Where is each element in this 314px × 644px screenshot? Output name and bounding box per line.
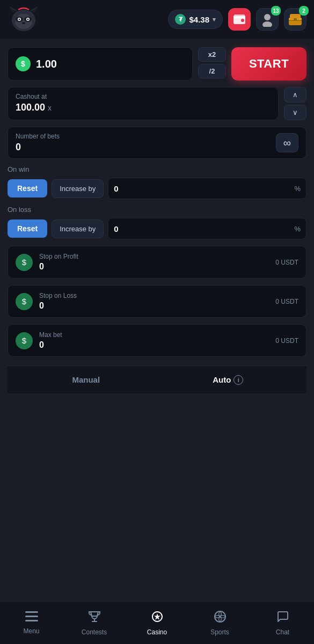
casino-icon xyxy=(151,610,164,626)
balance-chevron-icon: ▾ xyxy=(213,16,216,23)
on-win-percent-input[interactable]: 0 % xyxy=(108,178,306,199)
main-content: $ 1.00 x2 /2 START Cashout at 100.00 x ∧… xyxy=(0,39,314,402)
wallet-button[interactable] xyxy=(228,8,251,31)
cashout-row: Cashout at 100.00 x ∧ ∨ xyxy=(8,87,306,120)
auto-tab[interactable]: Auto i xyxy=(157,366,300,393)
svg-point-10 xyxy=(19,19,20,20)
on-win-label: On win xyxy=(8,165,306,173)
stop-profit-value: 0 xyxy=(39,262,269,272)
chat-icon xyxy=(276,610,289,626)
svg-rect-14 xyxy=(233,16,245,18)
max-bet-icon: $ xyxy=(16,332,33,349)
stop-profit-usdt: 0 USDT xyxy=(275,259,298,266)
on-win-increase-button[interactable]: Increase by xyxy=(52,179,104,198)
on-loss-percent-value: 0 xyxy=(114,224,294,233)
balance-amount: $4.38 xyxy=(189,15,209,24)
svg-rect-20 xyxy=(290,14,301,19)
multiplier-col: x2 /2 xyxy=(198,47,226,80)
contests-label: Contests xyxy=(82,628,107,636)
on-loss-label: On loss xyxy=(8,206,306,214)
balance-button[interactable]: ₮ $4.38 ▾ xyxy=(168,10,223,29)
on-loss-increase-button[interactable]: Increase by xyxy=(52,219,104,238)
nav-menu[interactable]: Menu xyxy=(0,602,63,644)
avatar-badge: 13 xyxy=(271,6,281,16)
divide-2-button[interactable]: /2 xyxy=(198,64,226,78)
multiply-x2-button[interactable]: x2 xyxy=(198,47,226,62)
casino-label: Casino xyxy=(147,628,167,636)
menu-label: Menu xyxy=(23,627,39,635)
sports-icon xyxy=(214,610,227,626)
on-win-percent-value: 0 xyxy=(114,184,294,193)
manual-tab[interactable]: Manual xyxy=(15,366,157,393)
sports-label: Sports xyxy=(210,628,229,636)
logo xyxy=(8,5,40,33)
auto-info-icon[interactable]: i xyxy=(233,375,243,385)
cashout-label: Cashout at xyxy=(16,93,271,100)
stop-profit-box[interactable]: $ Stop on Profit 0 0 USDT xyxy=(8,246,306,279)
cashout-down-button[interactable]: ∨ xyxy=(284,105,306,120)
start-button[interactable]: START xyxy=(231,47,306,80)
header: ₮ $4.38 ▾ 13 2 xyxy=(0,0,314,39)
stop-loss-icon: $ xyxy=(16,293,33,310)
svg-point-11 xyxy=(27,19,29,20)
cashout-arrows: ∧ ∨ xyxy=(284,87,306,120)
on-win-row: Reset Increase by 0 % xyxy=(8,178,306,199)
bets-box: Number of bets 0 ∞ xyxy=(8,127,306,159)
on-loss-row: Reset Increase by 0 % xyxy=(8,218,306,239)
stop-profit-label: Stop on Profit xyxy=(39,253,269,260)
bet-dollar-icon: $ xyxy=(16,56,31,71)
max-bet-label: Max bet xyxy=(39,331,269,339)
avatar-button[interactable]: 13 xyxy=(256,8,279,31)
on-loss-section: On loss Reset Increase by 0 % xyxy=(8,206,306,239)
cashout-value: 100.00 x xyxy=(16,102,271,113)
max-bet-value: 0 xyxy=(39,340,269,350)
infinity-button[interactable]: ∞ xyxy=(276,133,298,152)
svg-point-16 xyxy=(264,14,271,20)
bet-amount-value: 1.00 xyxy=(36,58,57,70)
bet-row: $ 1.00 x2 /2 START xyxy=(8,47,306,80)
on-loss-reset-button[interactable]: Reset xyxy=(8,219,47,238)
svg-point-12 xyxy=(22,22,25,24)
nav-chat[interactable]: Chat xyxy=(251,602,314,644)
svg-rect-23 xyxy=(25,611,38,613)
on-win-section: On win Reset Increase by 0 % xyxy=(8,165,306,199)
contests-icon xyxy=(88,610,101,626)
nav-casino[interactable]: Casino xyxy=(126,602,188,644)
nav-sports[interactable]: Sports xyxy=(188,602,251,644)
stop-loss-usdt: 0 USDT xyxy=(275,298,298,305)
stop-profit-icon: $ xyxy=(16,254,33,271)
tether-icon: ₮ xyxy=(175,14,186,25)
on-win-reset-button[interactable]: Reset xyxy=(8,179,47,197)
bets-label: Number of bets xyxy=(16,133,60,140)
cashout-up-button[interactable]: ∧ xyxy=(284,87,306,103)
svg-point-17 xyxy=(262,21,272,27)
bets-value: 0 xyxy=(16,142,60,153)
bet-amount-box[interactable]: $ 1.00 xyxy=(8,47,193,80)
cashout-box[interactable]: Cashout at 100.00 x xyxy=(8,87,279,120)
chest-badge: 2 xyxy=(299,6,309,16)
stop-loss-label: Stop on Loss xyxy=(39,292,269,299)
chest-button[interactable]: 2 xyxy=(284,8,306,31)
svg-rect-15 xyxy=(241,19,244,22)
max-bet-usdt: 0 USDT xyxy=(275,337,298,345)
svg-rect-25 xyxy=(25,620,38,621)
on-loss-percent-sign: % xyxy=(294,225,301,233)
svg-rect-24 xyxy=(25,616,38,617)
on-win-percent-sign: % xyxy=(294,185,301,193)
chat-label: Chat xyxy=(276,628,289,636)
stop-loss-box[interactable]: $ Stop on Loss 0 0 USDT xyxy=(8,285,306,318)
mode-bar: Manual Auto i xyxy=(8,365,306,393)
menu-icon xyxy=(25,611,38,625)
nav-contests[interactable]: Contests xyxy=(63,602,126,644)
max-bet-box[interactable]: $ Max bet 0 0 USDT xyxy=(8,324,306,357)
stop-loss-value: 0 xyxy=(39,301,269,311)
bottom-nav: Menu Contests Casino xyxy=(0,601,314,644)
on-loss-percent-input[interactable]: 0 % xyxy=(108,218,306,239)
